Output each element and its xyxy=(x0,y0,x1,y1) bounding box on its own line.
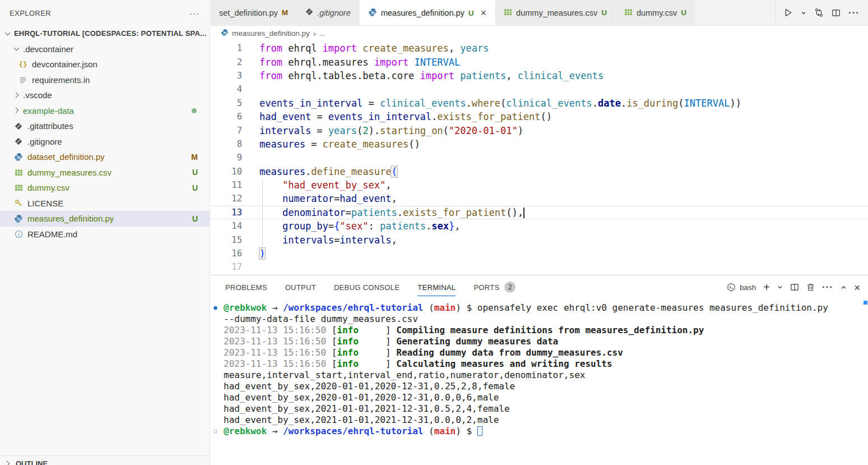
code-token: )) xyxy=(730,98,741,109)
maximize-panel-button[interactable] xyxy=(841,284,847,291)
breadcrumb-file[interactable]: measures_definition.py xyxy=(232,29,310,38)
terminal-shell-label[interactable]: bash xyxy=(740,283,756,292)
tab-dummy-measures-csv[interactable]: dummy_measures.csvU xyxy=(495,0,615,25)
code-token: events_in_interval xyxy=(328,111,431,122)
file-label: LICENSE xyxy=(27,199,63,208)
panel-tab-output[interactable]: OUTPUT xyxy=(285,275,316,299)
terminal-text: had_event_by_sex,2020-01-01,2020-12-31,0… xyxy=(224,392,499,403)
bash-icon xyxy=(727,283,736,292)
sidebar-item-dummy-measures-csv[interactable]: dummy_measures.csvU xyxy=(0,165,210,181)
breadcrumb-symbol-more[interactable]: ... xyxy=(319,29,326,38)
sidebar-item-dummy-csv[interactable]: dummy.csvU xyxy=(0,180,210,196)
sidebar-item-vscode[interactable]: .vscode xyxy=(0,88,210,103)
sidebar-item-license[interactable]: LICENSE xyxy=(0,196,210,211)
split-editor-button[interactable] xyxy=(832,8,841,17)
panel-tab-ports[interactable]: PORTS2 xyxy=(474,275,516,299)
code-text: group_by={"sex": patients.sex}, xyxy=(259,220,460,232)
line-number: 2 xyxy=(211,57,242,67)
line-number: 5 xyxy=(211,98,242,108)
line-number: 12 xyxy=(211,194,242,204)
tab-measures-definition-py[interactable]: measures_definition.pyU× xyxy=(360,0,495,25)
tab-gitignore[interactable]: .gitignore xyxy=(297,0,359,25)
panel-tab-terminal[interactable]: TERMINAL xyxy=(417,275,456,299)
code-token: had_event xyxy=(340,193,391,204)
sidebar-item-gitignore[interactable]: .gitignore xyxy=(0,134,210,150)
line-number: 10 xyxy=(211,167,242,177)
json-icon: {} xyxy=(18,60,28,68)
close-icon[interactable]: × xyxy=(481,8,487,18)
terminal-text: [ xyxy=(332,325,337,335)
sidebar-item-ehrql-tutorial-codespaces-potential-spa[interactable]: EHRQL-TUTORIAL [CODESPACES: POTENTIAL SP… xyxy=(0,26,210,42)
split-terminal-button[interactable] xyxy=(790,283,799,292)
tab-dummy-csv[interactable]: dummy.csvU xyxy=(616,0,695,25)
explorer-more-button[interactable]: ··· xyxy=(189,8,199,18)
code-token xyxy=(259,207,282,218)
kill-terminal-button[interactable] xyxy=(806,283,815,292)
run-python-file-button[interactable] xyxy=(783,8,793,17)
panel-tab-debug-console[interactable]: DEBUG CONSOLE xyxy=(334,275,400,299)
sidebar-item-devcontainer[interactable]: .devcontainer xyxy=(0,42,210,57)
panel-more-actions-button[interactable]: ··· xyxy=(822,282,833,293)
code-token: intervals xyxy=(259,125,311,136)
panel-tab-label: PROBLEMS xyxy=(225,283,267,292)
code-token: () xyxy=(541,111,552,122)
sidebar-item-gitattributes[interactable]: .gitattributes xyxy=(0,118,210,134)
sidebar-item-devcontainer-json[interactable]: {}devcontainer.json xyxy=(0,57,210,72)
line-number: 7 xyxy=(211,126,242,136)
sidebar-item-example-data[interactable]: example-data xyxy=(0,103,210,119)
outline-section[interactable]: OUTLINE xyxy=(0,455,210,465)
code-line-12: 12 numerator=had_event, xyxy=(211,192,868,205)
terminal-text: [ xyxy=(332,347,337,358)
outline-title: OUTLINE xyxy=(16,459,48,465)
sidebar-item-readme-md[interactable]: README.md xyxy=(0,227,210,242)
more-editor-actions-button[interactable]: ··· xyxy=(848,7,860,19)
terminal[interactable]: ●@rebkwok → /workspaces/ehrql-tutorial (… xyxy=(211,299,868,465)
tab-set-definition-py[interactable]: set_definition.pyM xyxy=(211,0,296,25)
explorer-header: EXPLORER ··· xyxy=(0,0,210,26)
code-token: ehrql.measures xyxy=(282,57,374,68)
line-number: 9 xyxy=(211,153,242,163)
close-panel-button[interactable]: × xyxy=(854,282,860,293)
code-token: , xyxy=(506,70,517,81)
git-status-badge: U xyxy=(601,8,607,17)
code-token: } xyxy=(449,220,454,232)
prompt-decoration-filled: ● xyxy=(213,302,217,314)
code-token: measures xyxy=(259,139,305,150)
code-token xyxy=(259,234,282,246)
code-token: define_measure xyxy=(311,166,391,177)
code-token: clinical_events xyxy=(380,98,466,109)
breadcrumb[interactable]: measures_definition.py › ... xyxy=(211,26,868,40)
new-terminal-button[interactable]: + xyxy=(763,282,770,293)
csv-icon xyxy=(13,168,24,177)
sidebar-item-requirements-in[interactable]: requirements.in xyxy=(0,72,210,88)
code-token: import xyxy=(323,43,357,54)
file-label: dummy.csv xyxy=(27,183,69,192)
code-token: ( xyxy=(678,98,684,109)
terminal-text: 2023-11-13 15:16:50 xyxy=(224,347,332,358)
chevron-right-icon xyxy=(12,91,21,100)
terminal-line: 2023-11-13 15:16:50 [info ] Compiling me… xyxy=(211,325,868,336)
run-dropdown-button[interactable] xyxy=(801,10,806,16)
chevron-right-icon xyxy=(12,106,21,115)
terminal-line: ●@rebkwok → /workspaces/ehrql-tutorial (… xyxy=(211,302,868,314)
code-editor[interactable]: 1from ehrql import create_measures, year… xyxy=(211,40,868,275)
sidebar-item-measures-definition-py[interactable]: measures_definition.pyU xyxy=(0,211,210,227)
code-text: events_in_interval = clinical_events.whe… xyxy=(259,98,741,109)
git-status-badge: U xyxy=(192,183,198,192)
code-line-6: 6had_event = events_in_interval.exists_f… xyxy=(211,110,868,123)
code-token: where xyxy=(472,98,500,109)
terminal-text: Reading dummy data from dummy_measures.c… xyxy=(396,347,623,358)
open-changes-button[interactable] xyxy=(814,8,824,17)
terminal-text: info xyxy=(337,347,359,358)
panel-tab-problems[interactable]: PROBLEMS xyxy=(225,275,267,299)
code-token: = xyxy=(334,193,340,204)
terminal-text: main xyxy=(434,426,456,436)
terminal-dropdown-button[interactable] xyxy=(777,284,783,290)
code-text: numerator=had_event, xyxy=(259,193,397,204)
sidebar-item-dataset-definition-py[interactable]: dataset_definition.pyM xyxy=(0,149,210,165)
editor-actions: ··· xyxy=(775,0,868,25)
code-token: : xyxy=(369,220,380,232)
code-token: clinical_events xyxy=(518,70,604,81)
code-token: ). xyxy=(369,125,380,136)
code-token: import xyxy=(420,70,454,81)
